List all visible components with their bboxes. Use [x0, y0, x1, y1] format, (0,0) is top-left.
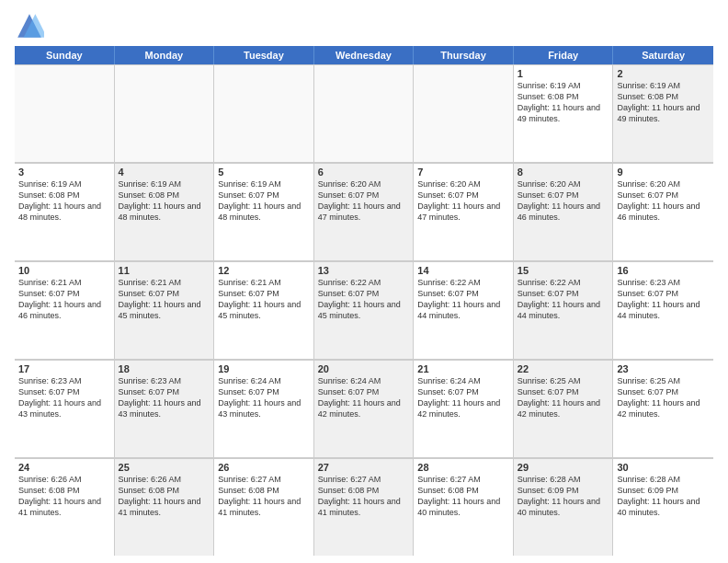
calendar-cell	[314, 65, 415, 162]
day-number: 10	[18, 265, 110, 276]
day-number: 2	[617, 68, 710, 79]
day-info: Sunrise: 6:25 AM Sunset: 6:07 PM Dayligh…	[518, 375, 609, 420]
day-info: Sunrise: 6:19 AM Sunset: 6:08 PM Dayligh…	[617, 80, 710, 125]
weekday-header-sunday: Sunday	[15, 46, 115, 64]
calendar-row-5: 24Sunrise: 6:26 AM Sunset: 6:08 PM Dayli…	[15, 458, 713, 556]
calendar-row-4: 17Sunrise: 6:23 AM Sunset: 6:07 PM Dayli…	[15, 360, 713, 458]
calendar-cell	[15, 65, 115, 162]
calendar-cell: 18Sunrise: 6:23 AM Sunset: 6:07 PM Dayli…	[115, 361, 215, 457]
day-number: 1	[518, 68, 609, 79]
day-number: 28	[417, 462, 509, 473]
calendar-cell: 2Sunrise: 6:19 AM Sunset: 6:08 PM Daylig…	[613, 65, 713, 162]
calendar-cell: 25Sunrise: 6:26 AM Sunset: 6:08 PM Dayli…	[115, 459, 215, 556]
calendar-row-3: 10Sunrise: 6:21 AM Sunset: 6:07 PM Dayli…	[15, 261, 713, 360]
calendar-body: 1Sunrise: 6:19 AM Sunset: 6:08 PM Daylig…	[15, 64, 713, 556]
calendar-cell: 23Sunrise: 6:25 AM Sunset: 6:07 PM Dayli…	[613, 361, 713, 457]
calendar-row-1: 1Sunrise: 6:19 AM Sunset: 6:08 PM Daylig…	[15, 64, 713, 163]
calendar-cell: 27Sunrise: 6:27 AM Sunset: 6:08 PM Dayli…	[314, 459, 415, 556]
day-info: Sunrise: 6:23 AM Sunset: 6:07 PM Dayligh…	[119, 375, 210, 420]
day-info: Sunrise: 6:27 AM Sunset: 6:08 PM Dayligh…	[218, 474, 310, 519]
day-number: 11	[119, 265, 210, 276]
day-info: Sunrise: 6:21 AM Sunset: 6:07 PM Dayligh…	[18, 277, 110, 322]
day-info: Sunrise: 6:24 AM Sunset: 6:07 PM Dayligh…	[218, 375, 310, 420]
calendar-header: SundayMondayTuesdayWednesdayThursdayFrid…	[15, 46, 713, 64]
calendar-cell: 8Sunrise: 6:20 AM Sunset: 6:07 PM Daylig…	[514, 164, 614, 260]
calendar: SundayMondayTuesdayWednesdayThursdayFrid…	[15, 46, 713, 556]
day-number: 23	[617, 363, 710, 374]
day-info: Sunrise: 6:20 AM Sunset: 6:07 PM Dayligh…	[318, 178, 410, 224]
day-number: 21	[417, 363, 509, 374]
day-number: 19	[218, 363, 310, 374]
weekday-header-thursday: Thursday	[414, 46, 514, 64]
day-number: 29	[518, 462, 609, 473]
day-number: 18	[119, 363, 210, 374]
day-info: Sunrise: 6:22 AM Sunset: 6:07 PM Dayligh…	[417, 277, 509, 322]
day-number: 7	[417, 167, 509, 178]
calendar-cell: 10Sunrise: 6:21 AM Sunset: 6:07 PM Dayli…	[15, 262, 115, 359]
day-info: Sunrise: 6:22 AM Sunset: 6:07 PM Dayligh…	[518, 277, 609, 322]
header	[15, 11, 713, 40]
day-info: Sunrise: 6:20 AM Sunset: 6:07 PM Dayligh…	[518, 178, 609, 224]
day-info: Sunrise: 6:19 AM Sunset: 6:08 PM Dayligh…	[119, 178, 210, 224]
calendar-cell	[115, 65, 215, 162]
calendar-cell: 15Sunrise: 6:22 AM Sunset: 6:07 PM Dayli…	[514, 262, 614, 359]
day-info: Sunrise: 6:24 AM Sunset: 6:07 PM Dayligh…	[318, 375, 410, 420]
day-number: 20	[318, 363, 410, 374]
day-number: 14	[417, 265, 509, 276]
calendar-cell: 5Sunrise: 6:19 AM Sunset: 6:07 PM Daylig…	[214, 164, 314, 260]
weekday-header-friday: Friday	[514, 46, 614, 64]
day-info: Sunrise: 6:27 AM Sunset: 6:08 PM Dayligh…	[417, 474, 509, 519]
day-number: 30	[617, 462, 710, 473]
day-number: 26	[218, 462, 310, 473]
logo-icon	[15, 11, 44, 40]
calendar-cell: 6Sunrise: 6:20 AM Sunset: 6:07 PM Daylig…	[314, 164, 415, 260]
day-info: Sunrise: 6:25 AM Sunset: 6:07 PM Dayligh…	[617, 375, 710, 420]
day-info: Sunrise: 6:21 AM Sunset: 6:07 PM Dayligh…	[218, 277, 310, 322]
day-info: Sunrise: 6:22 AM Sunset: 6:07 PM Dayligh…	[318, 277, 410, 322]
calendar-cell: 29Sunrise: 6:28 AM Sunset: 6:09 PM Dayli…	[514, 459, 614, 556]
logo	[15, 11, 48, 40]
day-info: Sunrise: 6:19 AM Sunset: 6:07 PM Dayligh…	[218, 178, 310, 224]
calendar-cell: 19Sunrise: 6:24 AM Sunset: 6:07 PM Dayli…	[214, 361, 314, 457]
day-info: Sunrise: 6:20 AM Sunset: 6:07 PM Dayligh…	[417, 178, 509, 224]
calendar-cell: 22Sunrise: 6:25 AM Sunset: 6:07 PM Dayli…	[514, 361, 614, 457]
calendar-cell: 14Sunrise: 6:22 AM Sunset: 6:07 PM Dayli…	[414, 262, 514, 359]
day-number: 6	[318, 167, 410, 178]
weekday-header-tuesday: Tuesday	[214, 46, 314, 64]
day-number: 17	[18, 363, 110, 374]
calendar-cell: 13Sunrise: 6:22 AM Sunset: 6:07 PM Dayli…	[314, 262, 415, 359]
calendar-cell: 7Sunrise: 6:20 AM Sunset: 6:07 PM Daylig…	[414, 164, 514, 260]
calendar-cell: 9Sunrise: 6:20 AM Sunset: 6:07 PM Daylig…	[613, 164, 713, 260]
page: SundayMondayTuesdayWednesdayThursdayFrid…	[0, 0, 728, 563]
day-info: Sunrise: 6:26 AM Sunset: 6:08 PM Dayligh…	[119, 474, 210, 519]
day-number: 13	[318, 265, 410, 276]
day-info: Sunrise: 6:26 AM Sunset: 6:08 PM Dayligh…	[18, 474, 110, 519]
day-number: 9	[617, 167, 710, 178]
calendar-cell: 1Sunrise: 6:19 AM Sunset: 6:08 PM Daylig…	[514, 65, 614, 162]
calendar-cell: 24Sunrise: 6:26 AM Sunset: 6:08 PM Dayli…	[15, 459, 115, 556]
day-number: 8	[518, 167, 609, 178]
day-number: 15	[518, 265, 609, 276]
calendar-cell: 3Sunrise: 6:19 AM Sunset: 6:08 PM Daylig…	[15, 164, 115, 260]
weekday-header-wednesday: Wednesday	[314, 46, 415, 64]
day-info: Sunrise: 6:23 AM Sunset: 6:07 PM Dayligh…	[617, 277, 710, 322]
day-info: Sunrise: 6:24 AM Sunset: 6:07 PM Dayligh…	[417, 375, 509, 420]
calendar-cell: 12Sunrise: 6:21 AM Sunset: 6:07 PM Dayli…	[214, 262, 314, 359]
day-info: Sunrise: 6:21 AM Sunset: 6:07 PM Dayligh…	[119, 277, 210, 322]
calendar-cell: 26Sunrise: 6:27 AM Sunset: 6:08 PM Dayli…	[214, 459, 314, 556]
calendar-cell: 11Sunrise: 6:21 AM Sunset: 6:07 PM Dayli…	[115, 262, 215, 359]
day-info: Sunrise: 6:27 AM Sunset: 6:08 PM Dayligh…	[318, 474, 410, 519]
weekday-header-monday: Monday	[115, 46, 215, 64]
calendar-cell	[214, 65, 314, 162]
calendar-cell: 30Sunrise: 6:28 AM Sunset: 6:09 PM Dayli…	[613, 459, 713, 556]
day-number: 25	[119, 462, 210, 473]
day-number: 12	[218, 265, 310, 276]
day-info: Sunrise: 6:28 AM Sunset: 6:09 PM Dayligh…	[518, 474, 609, 519]
day-info: Sunrise: 6:19 AM Sunset: 6:08 PM Dayligh…	[518, 80, 609, 125]
calendar-cell: 20Sunrise: 6:24 AM Sunset: 6:07 PM Dayli…	[314, 361, 415, 457]
calendar-cell: 16Sunrise: 6:23 AM Sunset: 6:07 PM Dayli…	[613, 262, 713, 359]
day-number: 16	[617, 265, 710, 276]
day-number: 24	[18, 462, 110, 473]
day-info: Sunrise: 6:23 AM Sunset: 6:07 PM Dayligh…	[18, 375, 110, 420]
day-number: 3	[18, 167, 110, 178]
